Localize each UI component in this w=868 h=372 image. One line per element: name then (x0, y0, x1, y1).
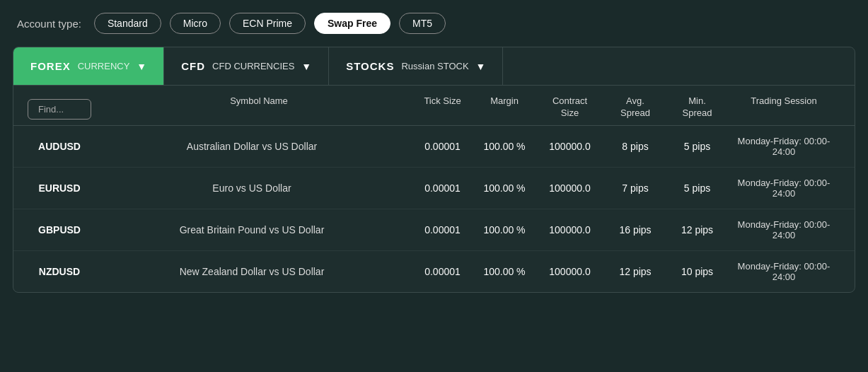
cell-min-audusd: 5 pips (667, 141, 727, 152)
btn-swap-free[interactable]: Swap Free (314, 13, 390, 34)
category-bar: FOREX CURRENCY ▼ CFD CFD CURRENCIES ▼ ST… (13, 47, 855, 86)
cell-symbol-nzdusd: NZDUSD (28, 266, 91, 277)
btn-micro[interactable]: Micro (170, 13, 221, 34)
chevron-down-icon: ▼ (137, 61, 146, 72)
col-header-min: Min.Spread (667, 95, 727, 120)
cat-cfd-label: CFD (181, 60, 205, 72)
cell-session-audusd: Monday-Friday: 00:00-24:00 (727, 136, 840, 157)
cell-contract-audusd: 100000.0 (536, 141, 603, 152)
col-header-symbol-name: Symbol Name (105, 95, 412, 120)
cell-min-eurusd: 5 pips (667, 182, 727, 194)
cell-margin-gbpusd: 100.00 % (473, 224, 536, 236)
col-header-session: Trading Session (727, 95, 840, 120)
cell-contract-nzdusd: 100000.0 (536, 266, 603, 277)
cell-name-audusd: Australian Dollar vs US Dollar (91, 141, 412, 152)
cat-stocks-sublabel: Russian STOCK (401, 61, 468, 71)
btn-ecn-prime[interactable]: ECN Prime (229, 13, 306, 34)
cell-avg-audusd: 8 pips (603, 141, 667, 152)
cell-min-gbpusd: 12 pips (667, 224, 727, 236)
col-header-tick: Tick Size (412, 95, 473, 120)
table-row: GBPUSD Great Britain Pound vs US Dollar … (13, 209, 855, 251)
find-area (28, 99, 98, 120)
cell-session-eurusd: Monday-Friday: 00:00-24:00 (727, 178, 840, 199)
cell-contract-gbpusd: 100000.0 (536, 224, 603, 236)
table-row: EURUSD Euro vs US Dollar 0.00001 100.00 … (13, 168, 855, 209)
cell-tick-eurusd: 0.00001 (412, 182, 473, 194)
cat-forex-label: FOREX (30, 60, 71, 72)
account-type-label: Account type: (17, 18, 81, 30)
cat-forex-sublabel: CURRENCY (78, 61, 130, 71)
cell-tick-nzdusd: 0.00001 (412, 266, 473, 277)
cell-session-nzdusd: Monday-Friday: 00:00-24:00 (727, 261, 840, 282)
find-input[interactable] (28, 99, 91, 120)
col-header-avg: Avg.Spread (603, 95, 667, 120)
col-header-margin: Margin (473, 95, 536, 120)
cat-stocks[interactable]: STOCKS Russian STOCK ▼ (329, 47, 503, 85)
cell-name-gbpusd: Great Britain Pound vs US Dollar (91, 224, 412, 236)
main-container: FOREX CURRENCY ▼ CFD CFD CURRENCIES ▼ ST… (13, 47, 855, 293)
table-row: NZDUSD New Zealand Dollar vs US Dollar 0… (13, 251, 855, 292)
btn-standard[interactable]: Standard (94, 13, 161, 34)
cell-name-eurusd: Euro vs US Dollar (91, 182, 412, 194)
cat-cfd-sublabel: CFD CURRENCIES (212, 61, 294, 71)
account-type-bar: Account type: Standard Micro ECN Prime S… (0, 0, 868, 47)
cell-symbol-audusd: AUDUSD (28, 141, 91, 152)
cell-name-nzdusd: New Zealand Dollar vs US Dollar (91, 266, 412, 277)
chevron-down-icon-stocks: ▼ (476, 61, 486, 72)
table-section: Symbol Name Tick Size Margin ContractSiz… (13, 86, 855, 292)
cell-tick-audusd: 0.00001 (412, 141, 473, 152)
cat-cfd[interactable]: CFD CFD CURRENCIES ▼ (164, 47, 329, 85)
cat-stocks-label: STOCKS (346, 60, 394, 72)
chevron-down-icon-cfd: ▼ (301, 61, 311, 72)
cell-margin-audusd: 100.00 % (473, 141, 536, 152)
cell-symbol-gbpusd: GBPUSD (28, 224, 91, 236)
col-header-contract: ContractSize (536, 95, 603, 120)
table-row: AUDUSD Australian Dollar vs US Dollar 0.… (13, 126, 855, 168)
cell-symbol-eurusd: EURUSD (28, 182, 91, 194)
cell-tick-gbpusd: 0.00001 (412, 224, 473, 236)
cell-session-gbpusd: Monday-Friday: 00:00-24:00 (727, 219, 840, 240)
cell-avg-nzdusd: 12 pips (603, 266, 667, 277)
cell-min-nzdusd: 10 pips (667, 266, 727, 277)
col-headers: Symbol Name Tick Size Margin ContractSiz… (105, 95, 840, 120)
cell-avg-eurusd: 7 pips (603, 182, 667, 194)
cat-forex[interactable]: FOREX CURRENCY ▼ (13, 47, 164, 85)
btn-mt5[interactable]: MT5 (399, 13, 446, 34)
cell-margin-eurusd: 100.00 % (473, 182, 536, 194)
cell-margin-nzdusd: 100.00 % (473, 266, 536, 277)
cell-contract-eurusd: 100000.0 (536, 182, 603, 194)
cell-avg-gbpusd: 16 pips (603, 224, 667, 236)
table-header-row: Symbol Name Tick Size Margin ContractSiz… (13, 86, 855, 126)
